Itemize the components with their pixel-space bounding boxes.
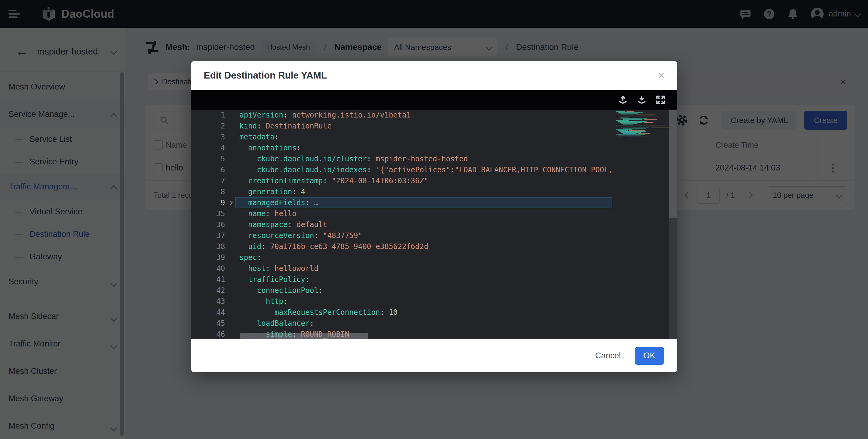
line-number: 37: [191, 230, 225, 241]
line-number: 38: [191, 241, 225, 252]
fold-spacer: [225, 219, 236, 230]
code-line-38[interactable]: 38 uid: 70a1716b-ce63-4785-9400-e385622f…: [191, 241, 612, 252]
editor-horizontal-scrollbar[interactable]: [240, 333, 368, 339]
line-number: 45: [191, 318, 225, 329]
fold-spacer: [225, 230, 236, 241]
code-line-3[interactable]: 3metadata:: [191, 131, 612, 143]
yaml-editor[interactable]: 1apiVersion: networking.istio.io/v1beta1…: [191, 110, 677, 339]
line-number: 9: [191, 197, 225, 208]
upload-yaml-icon[interactable]: [618, 95, 628, 105]
code-line-7[interactable]: 7 creationTimestamp: "2024-08-14T06:03:3…: [191, 175, 612, 186]
line-number: 2: [191, 121, 225, 131]
fold-spacer: [225, 208, 236, 219]
code-line-6[interactable]: 6 ckube.daocloud.io/indexes: '{"activePo…: [191, 165, 612, 175]
fold-spacer: [225, 252, 236, 263]
line-number: 39: [191, 252, 225, 263]
code-line-35[interactable]: 35 name: hello: [191, 208, 612, 219]
fold-spacer: [225, 296, 236, 307]
code-line-9[interactable]: 9 managedFields: …: [191, 197, 612, 208]
line-number: 36: [191, 219, 225, 230]
code-line-42[interactable]: 42 connectionPool:: [191, 285, 612, 296]
line-number: 35: [191, 208, 225, 219]
line-number: 40: [191, 263, 225, 274]
line-number: 41: [191, 274, 225, 285]
line-number: 42: [191, 285, 225, 296]
code-line-4[interactable]: 4 annotations:: [191, 143, 612, 153]
fold-spacer: [225, 131, 236, 143]
line-number: 43: [191, 296, 225, 307]
modal-title: Edit Destination Rule YAML: [204, 70, 327, 81]
line-number: 44: [191, 307, 225, 318]
fullscreen-icon[interactable]: [655, 95, 666, 105]
fold-spacer: [225, 186, 236, 197]
fold-spacer: [225, 318, 236, 329]
fold-spacer: [225, 143, 236, 153]
fold-spacer: [225, 165, 236, 175]
cancel-button[interactable]: Cancel: [595, 351, 621, 360]
code-line-39[interactable]: 39spec:: [191, 252, 612, 263]
line-number: 1: [191, 110, 225, 121]
code-line-40[interactable]: 40 host: helloworld: [191, 263, 612, 274]
code-line-1[interactable]: 1apiVersion: networking.istio.io/v1beta1: [191, 110, 612, 121]
line-number: 5: [191, 153, 225, 165]
fold-spacer: [225, 153, 236, 165]
line-number: 8: [191, 186, 225, 197]
fold-spacer: [225, 307, 236, 318]
editor-code[interactable]: 1apiVersion: networking.istio.io/v1beta1…: [191, 110, 612, 339]
code-line-36[interactable]: 36 namespace: default: [191, 219, 612, 230]
code-line-43[interactable]: 43 http:: [191, 296, 612, 307]
modal-close-icon[interactable]: ×: [658, 70, 664, 81]
minimap-lines: [612, 110, 669, 137]
fold-spacer: [225, 121, 236, 131]
code-line-2[interactable]: 2kind: DestinationRule: [191, 121, 612, 131]
editor-vertical-scrollbar[interactable]: [669, 110, 677, 339]
fold-spacer: [225, 241, 236, 252]
fold-spacer: [225, 263, 236, 274]
fold-spacer: [225, 175, 236, 186]
line-number: 46: [191, 329, 225, 339]
code-line-8[interactable]: 8 generation: 4: [191, 186, 612, 197]
code-line-41[interactable]: 41 trafficPolicy:: [191, 274, 612, 285]
fold-spacer: [225, 285, 236, 296]
edit-yaml-modal: Edit Destination Rule YAML × 1apiVersion…: [191, 61, 677, 372]
fold-spacer: [225, 274, 236, 285]
minimap[interactable]: [612, 110, 669, 339]
ok-button[interactable]: OK: [635, 347, 664, 365]
editor-toolbar: [191, 90, 677, 110]
fold-spacer: [225, 329, 236, 339]
code-line-37[interactable]: 37 resourceVersion: "4837759": [191, 230, 612, 241]
code-line-45[interactable]: 45 loadBalancer:: [191, 318, 612, 329]
app: DaoCloud ? admin: [0, 0, 868, 439]
line-number: 7: [191, 175, 225, 186]
line-number: 3: [191, 131, 225, 143]
fold-spacer: [225, 110, 236, 121]
fold-chevron-icon[interactable]: [225, 197, 236, 208]
download-yaml-icon[interactable]: [637, 95, 647, 105]
code-line-44[interactable]: 44 maxRequestsPerConnection: 10: [191, 307, 612, 318]
code-line-5[interactable]: 5 ckube.daocloud.io/cluster: mspider-hos…: [191, 153, 612, 165]
line-number: 6: [191, 165, 225, 175]
line-number: 4: [191, 143, 225, 153]
